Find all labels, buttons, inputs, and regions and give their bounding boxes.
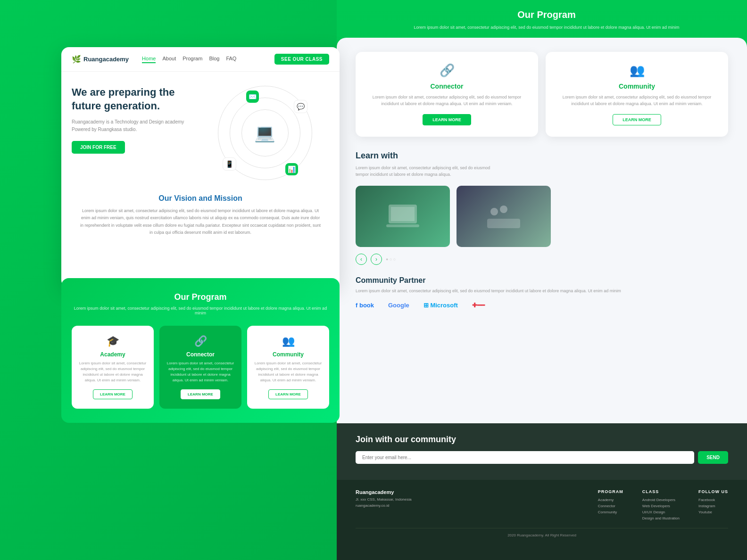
- nav-about[interactable]: About: [162, 56, 176, 63]
- right-community-btn[interactable]: LEARN MORE: [613, 114, 661, 125]
- footer-program-title: PROGRAM: [598, 489, 623, 494]
- join-title: Join with our community: [356, 435, 728, 445]
- footer-link-youtube[interactable]: Youtube: [698, 510, 728, 514]
- email-input[interactable]: [356, 451, 694, 464]
- svg-rect-5: [487, 219, 520, 228]
- svg-point-3: [490, 208, 498, 215]
- right-community-name: Community: [553, 82, 721, 90]
- footer-brand-col: Ruangacademy Jl. xxx CSS, Makassar, Indo…: [356, 489, 579, 522]
- vision-section: Our Vision and Mission Lorem ipsum dolor…: [61, 185, 340, 246]
- hero-illustration: 💻 ✉️ 💬 📱 📊: [200, 86, 329, 180]
- partner-4-logo: ✚━━: [472, 302, 485, 309]
- svg-point-4: [500, 206, 507, 213]
- right-program-header: Our Program Lorem ipsum dolor sit amet, …: [360, 9, 733, 31]
- float-icon-4: 📊: [285, 163, 298, 175]
- footer-program-col: PROGRAM Academy Connector Community: [598, 489, 623, 522]
- carousel-dots: ● ○ ○: [386, 257, 396, 262]
- right-program-title: Our Program: [360, 9, 733, 20]
- footer-link-community[interactable]: Community: [598, 510, 623, 514]
- academy-learn-more-button[interactable]: LEARN MORE: [93, 389, 133, 399]
- microsoft-logo: ⊞ Microsoft: [423, 302, 458, 309]
- right-community-icon: 👥: [553, 63, 721, 78]
- footer-link-academy[interactable]: Academy: [598, 498, 623, 502]
- circle-graphic: 💻 ✉️ 💬 📱 📊: [218, 86, 312, 180]
- learn-section: Learn with Lorem ipsum dolor sit amet, c…: [356, 151, 728, 265]
- hero-left: We are preparing the future generation. …: [72, 86, 200, 180]
- logo-text: Ruangacademy: [83, 56, 129, 63]
- community-learn-more-button[interactable]: LEARN MORE: [268, 389, 308, 399]
- hero-title: We are preparing the future generation.: [72, 86, 200, 113]
- community-desc: Lorem ipsum dolor sit amet, consectetur …: [254, 361, 323, 383]
- right-connector-desc: Lorem ipsum dolor sit amet, consectetur …: [363, 94, 531, 107]
- footer-class-title: CLASS: [642, 489, 680, 494]
- nav-blog[interactable]: Blog: [209, 56, 219, 63]
- connector-learn-more-button[interactable]: LEARN MORE: [181, 389, 220, 399]
- learn-images: [356, 186, 728, 247]
- right-community-card: 👥 Community Lorem ipsum dolor sit amet, …: [546, 52, 728, 137]
- learn-title: Learn with: [356, 151, 728, 161]
- community-section: Community Partner Lorem ipsum dolor sit …: [356, 276, 728, 318]
- right-program-subtitle: Lorem ipsum dolor sit amet, consectetur …: [360, 24, 733, 31]
- right-connector-btn[interactable]: LEARN MORE: [423, 114, 471, 125]
- right-program-cards: 🔗 Connector Lorem ipsum dolor sit amet, …: [356, 52, 728, 137]
- navbar: 🌿 Ruangacademy Home About Program Blog F…: [61, 47, 340, 72]
- prev-arrow-button[interactable]: ‹: [356, 254, 367, 265]
- footer-website: ruangacademy.co.id: [356, 503, 579, 509]
- footer-follow-title: FOLLOW US: [698, 489, 728, 494]
- footer-brand-name: Ruangacademy: [356, 489, 579, 495]
- footer-link-uiux[interactable]: UI/UX Design: [642, 510, 680, 514]
- logo: 🌿 Ruangacademy: [72, 55, 129, 64]
- footer: Ruangacademy Jl. xxx CSS, Makassar, Indo…: [337, 480, 747, 560]
- footer-copyright: 2020 Ruangacademy. All Right Reserved: [356, 528, 728, 537]
- join-input-row: SEND: [356, 451, 728, 464]
- community-icon: 👥: [254, 335, 323, 347]
- send-button[interactable]: SEND: [698, 451, 728, 464]
- footer-class-col: CLASS Android Developers Web Developers …: [642, 489, 680, 522]
- join-for-free-button[interactable]: JOIN FOR FREE: [72, 141, 125, 154]
- connector-desc: Lorem ipsum dolor sit amet, consectetur …: [166, 361, 235, 383]
- nav-program[interactable]: Program: [183, 56, 202, 63]
- join-section: Join with our community SEND: [337, 423, 747, 480]
- partner-logos: f book Google ⊞ Microsoft ✚━━: [356, 302, 728, 309]
- program-card-connector: 🔗 Connector Lorem ipsum dolor sit amet, …: [159, 326, 241, 409]
- program-title: Our Program: [72, 292, 329, 302]
- see-our-class-button[interactable]: SEE OUR CLASS: [274, 54, 329, 65]
- program-cards: 🎓 Academy Lorem ipsum dolor sit amet, co…: [72, 326, 329, 409]
- community-title: Community Partner: [356, 276, 728, 285]
- footer-link-instagram[interactable]: Instagram: [698, 504, 728, 508]
- logo-icon: 🌿: [72, 55, 81, 64]
- nav-faq[interactable]: FAQ: [226, 56, 236, 63]
- google-logo: Google: [388, 302, 409, 309]
- program-card-community: 👥 Community Lorem ipsum dolor sit amet, …: [247, 326, 329, 409]
- hero-section: We are preparing the future generation. …: [61, 72, 340, 185]
- footer-link-web[interactable]: Web Developers: [642, 504, 680, 508]
- footer-columns: Ruangacademy Jl. xxx CSS, Makassar, Indo…: [356, 489, 728, 522]
- connector-icon: 🔗: [166, 335, 235, 347]
- right-connector-icon: 🔗: [363, 63, 531, 78]
- academy-desc: Lorem ipsum dolor sit amet, consectetur …: [78, 361, 147, 383]
- nav-links: Home About Program Blog FAQ: [142, 56, 236, 63]
- footer-link-android[interactable]: Android Developers: [642, 498, 680, 502]
- learn-image-laptop: [356, 186, 450, 247]
- right-connector-name: Connector: [363, 82, 531, 90]
- right-connector-card: 🔗 Connector Lorem ipsum dolor sit amet, …: [356, 52, 538, 137]
- laptop-placeholder: [356, 186, 450, 247]
- footer-link-connector[interactable]: Connector: [598, 504, 623, 508]
- community-name: Community: [254, 351, 323, 358]
- right-community-desc: Lorem ipsum dolor sit amet, consectetur …: [553, 94, 721, 107]
- connector-name: Connector: [166, 351, 235, 358]
- footer-follow-col: FOLLOW US Facebook Instagram Youtube: [698, 489, 728, 522]
- hero-subtitle: Ruangacademy is a Technology and Design …: [72, 118, 200, 133]
- next-arrow-button[interactable]: ›: [371, 254, 382, 265]
- footer-link-design[interactable]: Design and Illustration: [642, 516, 680, 520]
- nav-home[interactable]: Home: [142, 56, 156, 63]
- svg-rect-2: [386, 224, 419, 227]
- svg-rect-1: [391, 207, 415, 221]
- program-subtitle: Lorem ipsum dolor sit amet, consectetur …: [72, 306, 329, 315]
- facebook-logo: f book: [356, 302, 374, 309]
- right-section: Our Program Lorem ipsum dolor sit amet, …: [337, 0, 747, 560]
- footer-link-facebook[interactable]: Facebook: [698, 498, 728, 502]
- vision-text: Lorem ipsum dolor sit amet, consectetur …: [80, 207, 321, 236]
- float-icon-2: 💬: [294, 100, 307, 113]
- vision-title: Our Vision and Mission: [80, 194, 321, 203]
